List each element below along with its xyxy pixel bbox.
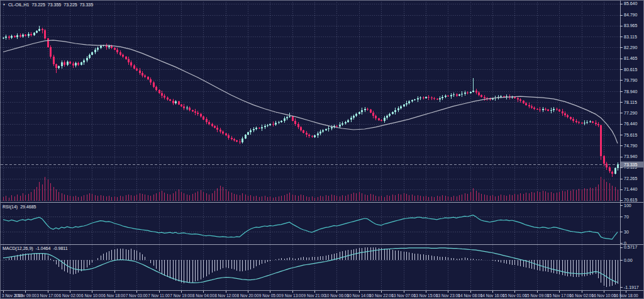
candle-body bbox=[517, 98, 519, 99]
candle-body bbox=[100, 46, 102, 48]
time-tick-label: 15 Nov 09:00 bbox=[525, 293, 549, 298]
candle-body bbox=[425, 97, 427, 98]
candle-body bbox=[562, 111, 564, 113]
candle-body bbox=[11, 36, 13, 38]
candle-body bbox=[458, 94, 460, 96]
price-tick-label: 83.965 bbox=[624, 23, 638, 28]
candle-body bbox=[345, 122, 347, 123]
price-tick-label: 81.465 bbox=[624, 56, 638, 60]
rsi-value: 29.4685 bbox=[20, 205, 36, 209]
candle-body bbox=[480, 95, 482, 97]
time-tick-label: 10 Nov 14:00 bbox=[347, 293, 372, 298]
candle-body bbox=[600, 125, 602, 156]
time-tick-label: 15 Nov 01:00 bbox=[502, 293, 527, 298]
candle-body bbox=[339, 125, 341, 127]
candle-body bbox=[528, 105, 530, 106]
candle-body bbox=[303, 130, 304, 133]
candle-body bbox=[472, 91, 474, 92]
time-tick-label: 6 Nov 02:00 bbox=[59, 293, 81, 298]
candle-body bbox=[197, 113, 199, 114]
candle-body bbox=[306, 133, 308, 135]
candle-body bbox=[3, 38, 4, 38]
candle-body bbox=[384, 118, 386, 120]
candle-body bbox=[94, 50, 96, 52]
candle-body bbox=[128, 59, 130, 62]
candle-body bbox=[186, 108, 188, 108]
candle-body bbox=[484, 97, 486, 98]
chart-canvas[interactable]: 85.64084.79083.96583.11582.29081.46580.6… bbox=[1, 1, 644, 299]
candle-body bbox=[33, 33, 35, 35]
candle-body bbox=[178, 101, 180, 104]
candle-body bbox=[570, 117, 572, 119]
candle-body bbox=[175, 101, 177, 103]
candle-body bbox=[470, 92, 472, 93]
candle-body bbox=[464, 93, 466, 94]
candle-body bbox=[147, 77, 149, 79]
candle-body bbox=[30, 34, 32, 35]
candle-body bbox=[83, 60, 85, 62]
candle-body bbox=[389, 114, 391, 116]
candle-body bbox=[28, 34, 30, 36]
time-tick-label: 3 Nov 17:00 bbox=[36, 293, 58, 298]
candle-body bbox=[222, 132, 224, 133]
candle-body bbox=[258, 128, 260, 128]
candle-body bbox=[553, 109, 555, 110]
candle-body bbox=[61, 62, 63, 66]
candle-body bbox=[450, 95, 452, 96]
candle-body bbox=[314, 135, 316, 137]
price-tick-label: 78.940 bbox=[624, 89, 638, 94]
time-tick-label: 9 Nov 21:00 bbox=[304, 293, 326, 298]
candle-body bbox=[300, 127, 302, 130]
candle-body bbox=[269, 124, 271, 125]
time-tick-label: 7 Nov 19:00 bbox=[170, 293, 192, 298]
candle-body bbox=[242, 138, 243, 142]
candle-body bbox=[236, 140, 238, 142]
candle-body bbox=[36, 31, 38, 33]
window-marker-icon[interactable]: ▼ bbox=[3, 3, 6, 6]
candle-body bbox=[67, 62, 69, 65]
candle-body bbox=[519, 99, 521, 101]
price-tick-label: 72.265 bbox=[624, 176, 638, 181]
candle-body bbox=[428, 97, 430, 98]
candle-body bbox=[370, 110, 372, 113]
candle-body bbox=[611, 172, 613, 174]
time-tick-label: 6 Nov 10:00 bbox=[81, 293, 103, 298]
price-tick-label: 85.640 bbox=[624, 1, 638, 6]
candle-body bbox=[261, 127, 263, 128]
candle-body bbox=[419, 98, 421, 98]
candle-body bbox=[523, 101, 525, 103]
candle-body bbox=[603, 156, 605, 164]
candle-body bbox=[386, 116, 388, 118]
time-tick-label: 16 Nov 18:00 bbox=[614, 293, 638, 298]
candle-body bbox=[50, 47, 52, 57]
macd-signal-line bbox=[3, 248, 618, 283]
macd-tick-label: -1.1917 bbox=[624, 285, 639, 290]
candle-body bbox=[125, 57, 127, 59]
time-tick-label: 14 Nov 08:00 bbox=[458, 293, 482, 298]
candle-body bbox=[367, 109, 369, 110]
time-axis[interactable]: 3 Nov 20233 Nov 09:003 Nov 17:006 Nov 02… bbox=[2, 291, 638, 298]
candle-body bbox=[378, 118, 380, 120]
candle-body bbox=[584, 123, 586, 123]
price-tick-label: 80.615 bbox=[624, 67, 638, 72]
candle-body bbox=[164, 96, 165, 98]
macd-signal-value: -0.9811 bbox=[53, 246, 67, 251]
price-tick-label: 82.290 bbox=[624, 45, 638, 50]
candle-body bbox=[397, 108, 399, 110]
candle-body bbox=[284, 118, 286, 120]
macd-axis: 0.57170.00-1.1917 bbox=[620, 245, 639, 289]
time-tick-label: 9 Nov 13:00 bbox=[281, 293, 303, 298]
candle-body bbox=[614, 168, 616, 173]
symbol-period-label: CL-OIL,H1 bbox=[8, 3, 29, 7]
ohlc-low: 73.225 bbox=[64, 3, 77, 7]
candle-body bbox=[130, 62, 132, 65]
candle-body bbox=[414, 99, 416, 100]
candle-body bbox=[322, 130, 324, 132]
candle-body bbox=[595, 123, 597, 124]
candle-body bbox=[38, 29, 40, 31]
candle-body bbox=[108, 46, 110, 47]
candle-body bbox=[447, 96, 449, 96]
chart-title: ▼CL-OIL,H173.22573.35573.22573.335 bbox=[3, 2, 96, 8]
candle-body bbox=[14, 36, 16, 37]
candle-body bbox=[225, 133, 227, 135]
